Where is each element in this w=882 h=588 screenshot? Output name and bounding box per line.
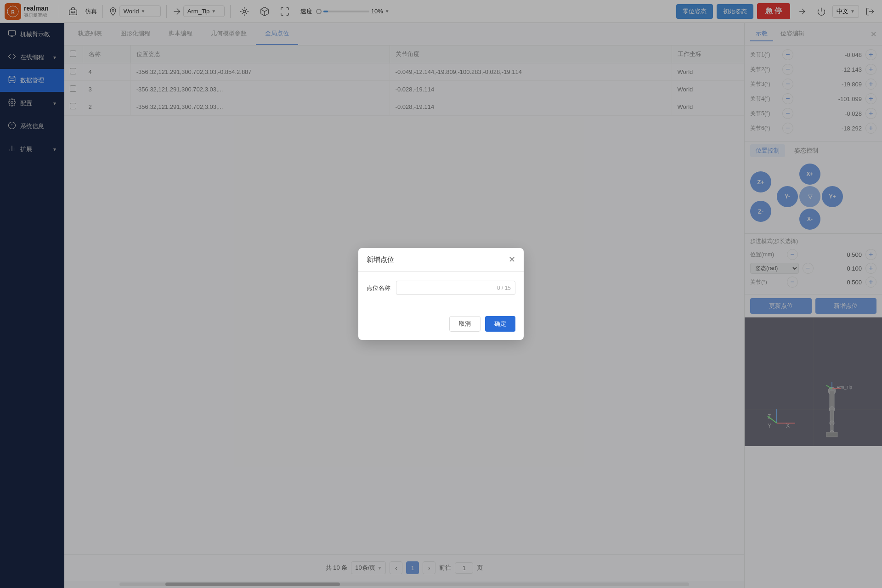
modal-cancel-btn[interactable]: 取消 (449, 316, 481, 332)
form-label-name: 点位名称 (367, 284, 390, 292)
input-counter: 0 / 15 (497, 285, 511, 291)
modal-title: 新增点位 (367, 255, 394, 264)
modal-body: 点位名称 0 / 15 (358, 271, 524, 311)
modal-overlay: 新增点位 ✕ 点位名称 0 / 15 取消 确定 (0, 0, 882, 588)
modal-header: 新增点位 ✕ (358, 248, 524, 271)
input-wrapper: 0 / 15 (396, 281, 515, 295)
modal-footer: 取消 确定 (358, 311, 524, 340)
add-point-modal: 新增点位 ✕ 点位名称 0 / 15 取消 确定 (358, 248, 524, 340)
form-row-name: 点位名称 0 / 15 (367, 281, 515, 295)
modal-close-btn[interactable]: ✕ (509, 254, 515, 265)
modal-confirm-btn[interactable]: 确定 (485, 316, 515, 332)
